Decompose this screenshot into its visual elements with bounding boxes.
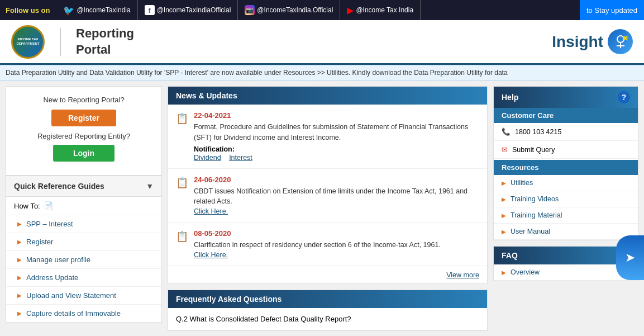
arrow-icon: ▶ bbox=[502, 196, 506, 202]
sidebar-item-manage-profile[interactable]: ▶ Manage user profile bbox=[6, 251, 161, 269]
logo-area: INCOME TAX DEPARTMENT Reporting Portal bbox=[11, 25, 134, 59]
arrow-icon: ▶ bbox=[17, 275, 22, 281]
instagram-handle: @IncomeTaxIndia.Official bbox=[257, 6, 333, 14]
sidebar-item-label: Upload and View Statement bbox=[26, 291, 116, 300]
facebook-link[interactable]: f @IncomeTaxIndiaOfficial bbox=[138, 0, 238, 20]
news-notif-1: Notification: bbox=[194, 145, 479, 153]
news-content-1: 22-04-2021 Format, Procedure and Guideli… bbox=[194, 111, 479, 162]
instagram-link[interactable]: 📷 @IncomeTaxIndia.Official bbox=[238, 0, 340, 20]
news-item-2: 📋 24-06-2020 CBDT issues Notification on… bbox=[168, 169, 487, 223]
qrg-header[interactable]: Quick Reference Guides ▼ bbox=[6, 176, 161, 197]
resource-utilities[interactable]: ▶ Utilities bbox=[494, 175, 638, 191]
resource-label: Utilities bbox=[511, 179, 533, 187]
title-line2: Portal bbox=[76, 42, 134, 58]
arrow-icon: ▶ bbox=[502, 180, 506, 186]
news-icon-2: 📋 bbox=[176, 177, 188, 216]
sidebar-item-spp[interactable]: ▶ SPP – Interest bbox=[6, 215, 161, 233]
twitter-handle: @IncomeTaxIndia bbox=[77, 6, 130, 14]
news-content-2: 24-06-2020 CBDT issues Notification on E… bbox=[194, 176, 479, 216]
news-link-2[interactable]: Click Here. bbox=[194, 207, 228, 215]
twitter-link[interactable]: 🐦 @IncomeTaxIndia bbox=[56, 0, 137, 20]
facebook-handle: @IncomeTaxIndiaOfficial bbox=[157, 6, 231, 14]
login-button[interactable]: Login bbox=[53, 145, 115, 162]
social-bar: Follow us on 🐦 @IncomeTaxIndia f @Income… bbox=[0, 0, 644, 20]
twitter-icon: 🐦 bbox=[63, 5, 74, 16]
resource-user-manual[interactable]: ▶ User Manual bbox=[494, 224, 638, 240]
sidebar-item-upload[interactable]: ▶ Upload and View Statement bbox=[6, 287, 161, 305]
faq-question-row: Q.2 What is Consolidated Defect Data Qua… bbox=[168, 308, 487, 330]
left-sidebar: New to Reporting Portal? Register Regist… bbox=[6, 86, 162, 323]
news-text-1: Format, Procedure and Guidelines for sub… bbox=[194, 122, 479, 143]
arrow-icon: ▶ bbox=[17, 292, 22, 299]
resource-label: Training Videos bbox=[511, 195, 559, 203]
news-content-3: 08-05-2020 Clarification in respect of r… bbox=[194, 229, 441, 259]
follow-text: Follow us on bbox=[6, 6, 50, 15]
chevron-down-icon: ▼ bbox=[146, 182, 154, 191]
phone-icon: 📞 bbox=[502, 127, 511, 136]
stay-updated-label: to Stay updated bbox=[580, 0, 644, 20]
faq-question-text: Q.2 What is Consolidated Defect Data Qua… bbox=[176, 315, 351, 323]
insight-icon bbox=[608, 29, 633, 54]
pdf-icon: 📄 bbox=[44, 201, 53, 210]
sidebar-item-address[interactable]: ▶ Address Update bbox=[6, 269, 161, 287]
email-icon: ✉ bbox=[502, 145, 508, 154]
arrow-icon: ▶ bbox=[17, 310, 22, 316]
news-date-1: 22-04-2021 bbox=[194, 111, 479, 120]
sidebar-item-label: Address Update bbox=[26, 273, 78, 282]
header-divider bbox=[60, 28, 61, 56]
sidebar-item-register[interactable]: ▶ Register bbox=[6, 233, 161, 251]
resources-header: Resources bbox=[494, 160, 638, 175]
ticker-text: Data Preparation Utility and Data Valida… bbox=[6, 69, 508, 77]
help-title: Help bbox=[502, 93, 518, 102]
news-section: News & Updates 📋 22-04-2021 Format, Proc… bbox=[168, 86, 488, 284]
youtube-icon: ▶ bbox=[347, 5, 354, 16]
header: INCOME TAX DEPARTMENT Reporting Portal I… bbox=[0, 20, 644, 65]
sidebar-item-immovable[interactable]: ▶ Capture details of Immovable bbox=[6, 305, 161, 323]
submit-query-item[interactable]: ✉ Submit Query bbox=[494, 141, 638, 159]
resource-label: User Manual bbox=[511, 228, 550, 235]
arrow-icon: ▶ bbox=[17, 221, 22, 227]
news-header: News & Updates bbox=[168, 87, 487, 105]
customer-care-header: Customer Care bbox=[494, 108, 638, 123]
svg-point-0 bbox=[617, 36, 624, 42]
news-item-1: 📋 22-04-2021 Format, Procedure and Guide… bbox=[168, 105, 487, 169]
resource-label: Training Material bbox=[511, 211, 562, 219]
resource-training-material[interactable]: ▶ Training Material bbox=[494, 207, 638, 224]
help-question-icon[interactable]: ? bbox=[618, 91, 630, 103]
view-more-link[interactable]: View more bbox=[446, 271, 479, 279]
facebook-icon: f bbox=[145, 5, 155, 15]
logo-text: INCOME TAX DEPARTMENT bbox=[13, 35, 43, 48]
ticker: Data Preparation Utility and Data Valida… bbox=[0, 65, 644, 81]
instagram-icon: 📷 bbox=[245, 5, 255, 15]
news-link-interest[interactable]: Interest bbox=[229, 154, 252, 162]
how-to-label: How To: bbox=[14, 202, 40, 210]
faq-center-header: Frequently Asked Questions bbox=[168, 290, 487, 308]
portal-title: Reporting Portal bbox=[76, 26, 134, 58]
help-header: Help ? bbox=[494, 87, 638, 108]
news-text-2: CBDT issues Notification on Extension of… bbox=[194, 186, 479, 207]
news-icon-1: 📋 bbox=[176, 112, 188, 162]
sidebar-item-label: SPP – Interest bbox=[26, 220, 73, 228]
floating-arrow-icon: ➤ bbox=[625, 250, 635, 265]
phone-number: 1800 103 4215 bbox=[515, 128, 561, 136]
arrow-icon: ▶ bbox=[502, 269, 506, 276]
youtube-link[interactable]: ▶ @Income Tax India bbox=[340, 0, 421, 20]
arrow-icon: ▶ bbox=[17, 257, 22, 263]
news-link-3[interactable]: Click Here. bbox=[194, 251, 228, 259]
floating-help-button[interactable]: ➤ bbox=[616, 235, 644, 280]
main-layout: New to Reporting Portal? Register Regist… bbox=[0, 81, 644, 336]
sidebar-item-label: Manage user profile bbox=[26, 255, 90, 264]
news-link-dividend[interactable]: Dividend bbox=[194, 154, 221, 162]
insight-label: Insight bbox=[552, 33, 603, 51]
register-button[interactable]: Register bbox=[51, 110, 116, 126]
new-user-text: New to Reporting Portal? bbox=[15, 96, 152, 104]
view-more-row: View more bbox=[168, 266, 487, 283]
resource-training-videos[interactable]: ▶ Training Videos bbox=[494, 191, 638, 207]
submit-query-label: Submit Query bbox=[512, 146, 555, 154]
social-links: 🐦 @IncomeTaxIndia f @IncomeTaxIndiaOffic… bbox=[56, 0, 421, 20]
phone-item: 📞 1800 103 4215 bbox=[494, 123, 638, 141]
arrow-icon: ▶ bbox=[502, 212, 506, 219]
youtube-handle: @Income Tax India bbox=[356, 6, 413, 14]
logo: INCOME TAX DEPARTMENT bbox=[11, 25, 45, 59]
insight-logo: Insight bbox=[552, 29, 633, 54]
